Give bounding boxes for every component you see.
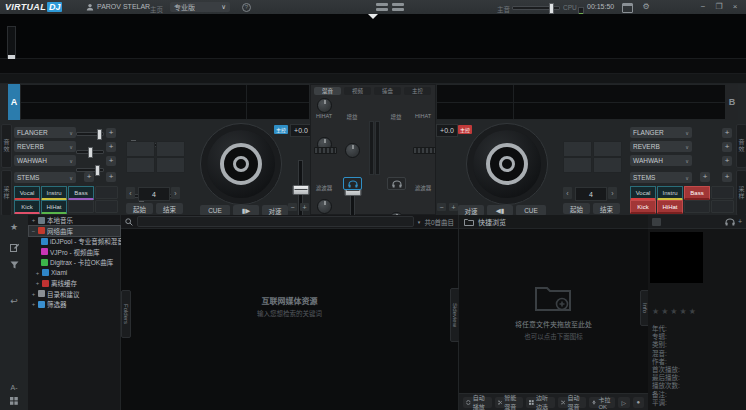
deck-b-fx2-add-button[interactable]: + (722, 142, 732, 152)
mixer-filter-left-knob[interactable] (317, 199, 332, 214)
deck-b-stem-blank1[interactable] (711, 186, 734, 199)
layout-4deck-icon[interactable] (392, 3, 404, 11)
gear-icon[interactable]: ⚙ (640, 2, 652, 11)
deck-b-jog-wheel[interactable] (466, 123, 548, 205)
master-volume-handle[interactable] (549, 3, 554, 14)
deck-a-stem-vocal[interactable]: Vocal (14, 186, 40, 200)
deck-a-fx1-dropdown[interactable]: FLANGER∨ (14, 127, 76, 138)
deck-a-stem-blank2[interactable] (68, 200, 94, 213)
tree-expand-icon[interactable]: + (35, 280, 40, 286)
deck-b-stem-hihat[interactable]: HiHat (657, 200, 683, 214)
deck-a-pad-3[interactable] (126, 157, 155, 173)
tree-expand-icon[interactable]: + (35, 270, 40, 276)
deck-a-stem-blank3[interactable] (95, 200, 118, 213)
deck-a-pad-4[interactable] (156, 157, 185, 173)
deck-a-stems-add2-button[interactable]: + (106, 172, 116, 182)
mixer-tab-scratch[interactable]: 搓盘 (374, 87, 401, 95)
automix-button[interactable]: 自动混音 (558, 397, 587, 408)
tree-expand-icon[interactable]: + (31, 291, 36, 297)
deck-a-loop-out-button[interactable]: 结束 (156, 203, 183, 214)
deck-a-stem-bass[interactable]: Bass (68, 186, 94, 200)
help-icon[interactable]: ? (242, 3, 251, 12)
deck-a-fx3-add-button[interactable]: + (106, 156, 116, 166)
deck-a-pad-1[interactable] (126, 141, 155, 157)
home-label[interactable]: 主页 (150, 4, 163, 14)
star-icon[interactable]: ★ (661, 307, 670, 316)
deck-b-pitch-plus-button[interactable]: + (449, 203, 458, 211)
deck-b-stems-dropdown[interactable]: STEMS∨ (630, 172, 692, 183)
deck-a-fx2-dropdown[interactable]: REVERB∨ (14, 141, 76, 152)
deck-b-stem-bass[interactable]: Bass (684, 186, 710, 200)
deck-a-fx2-add-button[interactable]: + (106, 142, 116, 152)
favorites-star-icon[interactable]: ★ (0, 219, 28, 235)
deck-b-stems-add1-button[interactable]: + (700, 172, 710, 182)
deck-a-loop-in-button[interactable]: 起始 (126, 203, 153, 214)
tree-item-xiami[interactable]: + Xiami (29, 268, 120, 279)
tree-item-offline-cache[interactable]: + 离线缓存 (29, 278, 120, 289)
edition-dropdown[interactable]: 专业版 ∨ (170, 2, 230, 12)
deck-b-tab[interactable]: B (726, 84, 738, 120)
record-button[interactable]: ● (633, 397, 644, 408)
rating-stars[interactable]: ★★★★★ (652, 307, 698, 316)
mixer-fx-left-knob[interactable] (317, 98, 332, 113)
mixer-tab-video[interactable]: 视频 (344, 87, 371, 95)
deck-a-fx1-add-button[interactable]: + (106, 128, 116, 138)
edit-icon[interactable] (0, 239, 28, 255)
sidelist-button[interactable]: 边听边选 (526, 397, 555, 408)
deck-a-pitch-handle[interactable] (292, 185, 309, 195)
mixer-tab-mix[interactable]: 混音 (314, 87, 341, 95)
deck-a-fx1-slider[interactable] (76, 132, 104, 136)
star-icon[interactable]: ★ (652, 307, 661, 316)
automix-play-button[interactable]: 自动播放 (463, 397, 492, 408)
deck-a-pads-sidetab[interactable]: 采样 (1, 170, 12, 216)
star-icon[interactable]: ★ (680, 307, 689, 316)
tree-item-folders-suggestions[interactable]: + 目录和建议 (29, 289, 120, 300)
deck-b-stem-blank2[interactable] (684, 200, 710, 213)
deck-b-stem-kick[interactable]: Kick (630, 200, 656, 214)
album-art[interactable] (650, 232, 703, 283)
deck-b-pad-3[interactable] (563, 157, 592, 173)
deck-a-loop-half-button[interactable]: ‹ (126, 187, 135, 199)
deck-a-pitch-plus-button[interactable]: + (300, 203, 309, 211)
search-input[interactable] (137, 216, 414, 227)
deck-b-fx1-add-button[interactable]: + (722, 128, 732, 138)
deck-a-stem-kick[interactable]: Kick (14, 200, 40, 214)
deck-b-fx1-dropdown[interactable]: FLANGER∨ (630, 127, 692, 138)
karaoke-button[interactable]: 卡拉OK (589, 397, 615, 408)
deck-b-fx3-dropdown[interactable]: WAHWAH∨ (630, 155, 692, 166)
deck-b-pitch-minus-button[interactable]: − (437, 203, 446, 211)
deck-a-title-area[interactable] (20, 84, 310, 120)
deck-b-loop-in-button[interactable]: 起始 (563, 203, 590, 214)
deck-b-stem-vocal[interactable]: Vocal (630, 186, 656, 200)
deck-a-fx2-slider[interactable] (76, 150, 104, 154)
minimize-button[interactable]: − (697, 2, 709, 11)
back-icon[interactable]: ↩ (0, 293, 28, 309)
sideview-expand-button[interactable]: ▷ (618, 397, 629, 408)
mixer-ch1-gain-knob[interactable] (345, 143, 360, 158)
deck-b-loop-out-button[interactable]: 结束 (593, 203, 620, 214)
tree-item-online-library[interactable]: − 网络曲库 (29, 226, 120, 237)
close-button[interactable]: × (729, 2, 741, 11)
tree-item-local-music[interactable]: + 本地音乐 (29, 215, 120, 226)
deck-b-fx3-add-button[interactable]: + (722, 156, 732, 166)
mixer-tab-master[interactable]: 主控 (404, 87, 431, 95)
deck-b-pads-sidetab[interactable]: 采样 (736, 170, 746, 216)
deck-b-fx2-dropdown[interactable]: REVERB∨ (630, 141, 692, 152)
deck-a-stem-hihat[interactable]: HiHat (41, 200, 67, 214)
tree-expand-icon[interactable]: + (31, 301, 36, 307)
folders-side-tab[interactable]: Folders (121, 290, 131, 338)
deck-b-stem-blank3[interactable] (711, 200, 734, 213)
deck-a-pitch-minus-button[interactable]: − (288, 203, 297, 211)
deck-b-fx-sidetab[interactable]: 音效 (736, 124, 746, 168)
mixer-ch1-cue-button[interactable] (343, 177, 362, 190)
deck-b-loop-double-button[interactable]: › (608, 187, 617, 199)
mixer-ch2-cue-button[interactable] (387, 177, 406, 190)
deck-a-pitch-fader[interactable] (298, 160, 303, 220)
deck-b-pad-4[interactable] (593, 157, 622, 173)
star-icon[interactable]: ★ (689, 307, 698, 316)
deck-a-pad-2[interactable] (156, 141, 185, 157)
tree-collapse-icon[interactable]: − (31, 228, 36, 234)
deck-a-stems-dropdown[interactable]: STEMS∨ (14, 172, 76, 183)
tree-item-idjpool[interactable]: iDJPool - 专业音频和混音 (29, 236, 120, 247)
deck-b-stems-add2-button[interactable]: + (722, 172, 732, 182)
